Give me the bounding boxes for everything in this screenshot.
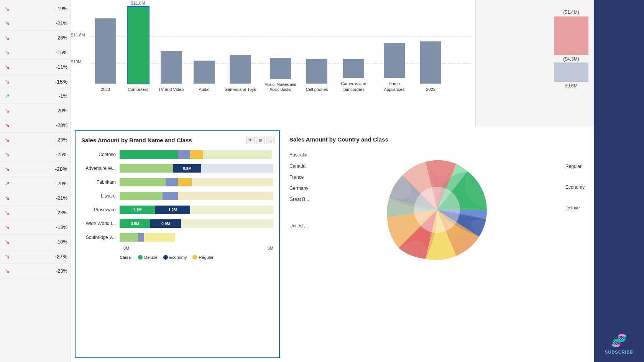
hbar-label: Contoso (81, 152, 120, 157)
down-arrow-icon: ↘ (3, 151, 11, 158)
sidebar-row: ↘ -20% (0, 162, 71, 176)
sidebar-pct-bold: -15% (14, 79, 67, 85)
bar-cameras[interactable]: Cameras and camcorders (334, 57, 373, 92)
bar-bottom-label: Games and Toys (224, 87, 256, 92)
more-icon-btn[interactable]: … (266, 136, 274, 144)
hbar-label: Wide World I... (81, 221, 120, 226)
regular-segment (144, 233, 175, 242)
bar-bottom-label: Computers (128, 87, 148, 92)
bar-tv-video[interactable]: TV and Video (155, 49, 187, 92)
regular-light-segment (181, 219, 273, 228)
hbar-label: Litware (81, 193, 120, 199)
bar-computers[interactable]: $11.8M Computers (123, 1, 153, 92)
hbar-track: 0.9M 0.9M (120, 219, 273, 228)
class-regular: Regular (565, 164, 585, 169)
economy-dot (163, 255, 168, 260)
deluxe-segment (120, 192, 163, 200)
pink-bar-label: $9.6M (565, 83, 577, 89)
bar-rect (384, 43, 405, 78)
hbar-label: Southridge V... (81, 235, 120, 240)
brand-chart-title: Sales Amount by Brand Name and Class (81, 137, 273, 143)
axis-min: 0M (123, 246, 129, 250)
top-section: $10M $11.8M 2023 $11 (71, 0, 594, 127)
hbar-axis: 0M 5M (81, 246, 273, 250)
chart-legend: Class Deluxe Economy Regular (81, 255, 273, 260)
bar-home-appliances[interactable]: Home Appliances (375, 42, 414, 92)
hbar-wide-world: Wide World I... 0.9M 0.9M (81, 218, 273, 229)
chord-container: Australia Canada France Germany Great B.… (289, 148, 585, 271)
down-arrow-icon: ↘ (3, 136, 11, 144)
brand-chart: Sales Amount by Brand Name and Class ▼ ⊞… (75, 130, 280, 358)
hbar-track (120, 192, 273, 200)
down-arrow-icon: ↘ (3, 20, 11, 27)
top-right-panel: ($1.4M) ($4.3M) $9.6M (475, 0, 594, 127)
economy-value: 1.2M (168, 208, 177, 212)
deluxe-dot (138, 255, 143, 260)
economy-value: 0.9M (183, 166, 191, 171)
pink-bar (554, 16, 588, 55)
legend-deluxe: Deluxe (138, 255, 157, 260)
down-arrow-icon: ↘ (3, 253, 11, 260)
bar-2023[interactable]: 2023 (90, 17, 121, 92)
bar-music-movies[interactable]: Music, Movies and Audio Books (261, 56, 300, 92)
sidebar-pct: -13% (14, 224, 67, 230)
columns-icon-btn[interactable]: ⊞ (256, 136, 264, 144)
hbar-litware: Litware (81, 191, 273, 201)
bar-bottom-label: Music, Movies and Audio Books (264, 82, 297, 92)
hbar-label: Fabrikam (81, 179, 120, 185)
class-economy: Economy (565, 184, 585, 190)
sidebar-pct: -25% (14, 151, 67, 157)
neg-label: ($4.3M) (563, 56, 579, 62)
main-content: $10M $11.8M 2023 $11 (71, 0, 594, 362)
economy-segment (163, 192, 178, 200)
dna-icon: 🧬 (611, 333, 627, 348)
bar-cell-phones[interactable]: Cell phones (302, 57, 332, 92)
sidebar-pct: -1% (14, 93, 67, 99)
bar-2022[interactable]: 2022 (416, 40, 446, 92)
sidebar-pct: -23% (14, 137, 67, 143)
subscribe-label[interactable]: SUBSCRIBE (605, 350, 633, 354)
bar-audio[interactable]: Audio (189, 59, 219, 92)
down-arrow-icon: ↘ (3, 238, 11, 246)
sidebar-row: ↘ -27% (0, 249, 71, 264)
hbar-fabrikam: Fabrikam (81, 177, 273, 188)
sidebar-pct: -16% (14, 49, 67, 55)
regular-light-segment (190, 206, 273, 214)
y-axis-label: $10M (71, 59, 82, 64)
sidebar-pct: -20% (14, 108, 67, 114)
bar-rect (128, 7, 149, 84)
country-united: United ... (289, 223, 309, 229)
sidebar-pct: -23% (14, 268, 67, 274)
down-arrow-icon: ↘ (3, 49, 11, 56)
filter-icon-btn[interactable]: ▼ (246, 136, 255, 144)
legend-deluxe-label: Deluxe (144, 255, 157, 260)
down-arrow-icon: ↘ (3, 63, 11, 71)
country-chart: Sales Amount by Country and Class Austra… (284, 130, 590, 358)
chord-diagram (380, 152, 495, 267)
chord-labels-left: Australia Canada France Germany Great B.… (289, 152, 309, 229)
sidebar-pct: -28% (14, 122, 67, 128)
down-arrow-icon: ↘ (3, 78, 11, 86)
up-arrow-icon: ↗ (3, 92, 11, 100)
bar-bottom-label: Cameras and camcorders (337, 81, 370, 92)
economy-segment (178, 150, 190, 159)
down-arrow-icon: ↘ (3, 209, 11, 217)
bar-games-toys[interactable]: Games and Toys (221, 53, 259, 92)
sidebar-pct: -10% (14, 239, 67, 245)
bar-rect (95, 18, 116, 84)
country-france: France (289, 174, 309, 180)
deluxe-segment (120, 233, 138, 242)
economy-segment (166, 178, 178, 186)
regular-segment (201, 164, 273, 173)
sidebar-pct: -21% (14, 195, 67, 201)
deluxe-segment (120, 178, 166, 186)
sidebar-pct: -26% (14, 35, 67, 41)
regular-light-segment (192, 178, 273, 186)
sidebar-row: ↗ -1% (0, 89, 71, 104)
regular-light-segment (203, 150, 272, 159)
down-arrow-icon: ↘ (3, 107, 11, 115)
bar-bottom-label: Cell phones (306, 87, 328, 92)
bar-rect (420, 41, 441, 84)
economy-segment: 1.2M (155, 206, 190, 214)
regular-segment (178, 178, 192, 186)
